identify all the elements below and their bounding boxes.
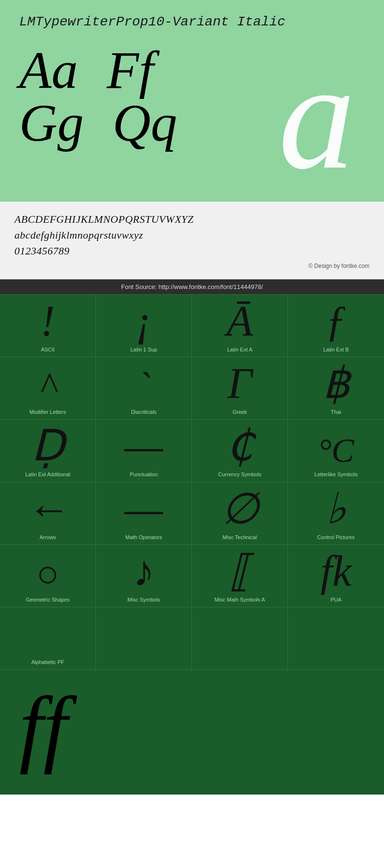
char-cell-diacriticals: ` Diacriticals: [96, 357, 192, 420]
label-thai: Thai: [331, 409, 341, 415]
big-ligature: ff: [19, 684, 67, 771]
glyph-modifier: ^: [40, 367, 56, 405]
alphabet-section: ABCDEFGHIJKLMNOPQRSTUVWXYZ abcdefghijklm…: [0, 202, 384, 279]
char-cell-letterlike: °C Letterlike Symbols: [288, 420, 384, 482]
char-cell-alphabeticpf: Alphabetic PF: [0, 607, 96, 670]
char-cell-ascii: ! ASCII: [0, 295, 96, 357]
label-geoshapes: Geometric Shapes: [26, 597, 70, 603]
char-cell-geoshapes: ○ Geometric Shapes: [0, 545, 96, 607]
char-cell-arrows: ← Arrows: [0, 482, 96, 545]
glyph-punctuation: —: [124, 424, 163, 468]
glyph-currency: ₵: [226, 424, 253, 468]
label-latinexta: Latin Ext A: [227, 347, 252, 353]
char-cell-misctechnical: ∅ Misc Technical: [192, 482, 288, 545]
char-cell-latinextadd: Ḍ Latin Ext Additional: [0, 420, 96, 482]
glyph-latinextb: ƒ: [325, 300, 347, 343]
glyph-latinextadd: Ḍ: [31, 424, 64, 468]
letter-pair-gg: Gg: [19, 96, 84, 149]
label-ascii: ASCII: [41, 347, 55, 353]
char-cell-miscsymbols: ♪ Misc Symbols: [96, 545, 192, 607]
label-latinextb: Latin Ext B: [323, 347, 348, 353]
char-cell-latinextb: ƒ Latin Ext B: [288, 295, 384, 357]
char-cell-currency: ₵ Currency Symbols: [192, 420, 288, 482]
char-cell-empty3: [288, 607, 384, 670]
label-modifier: Modifier Letters: [30, 409, 66, 415]
alphabet-lower: abcdefghijklmnopqrstuvwxyz: [14, 227, 370, 243]
letter-showcase: Aa Ff Gg Qq a: [19, 44, 365, 149]
glyph-miscsymbols: ♪: [133, 550, 155, 593]
label-mathops: Math Operators: [125, 534, 162, 541]
char-cell-thai: ฿ Thai: [288, 357, 384, 420]
letter-pair-ff: Ff: [107, 44, 154, 96]
label-alphabeticpf: Alphabetic PF: [31, 659, 64, 665]
label-arrows: Arrows: [39, 534, 56, 541]
digits: 0123456789: [14, 243, 370, 259]
char-cell-punctuation: — Punctuation: [96, 420, 192, 482]
glyph-controlpictures: ♭: [326, 487, 346, 530]
glyph-latinexta: Ā: [227, 300, 253, 343]
glyph-letterlike: °C: [318, 434, 354, 468]
label-letterlike: Letterlike Symbols: [314, 471, 358, 478]
big-letter: a: [278, 39, 355, 193]
chars-section: Font Source: http://www.fontke.com/font/…: [0, 279, 384, 795]
label-greek: Greek: [233, 409, 247, 415]
letter-row-2: Gg Qq: [19, 96, 206, 149]
char-cell-pua: fk PUA: [288, 545, 384, 607]
label-pua: PUA: [331, 597, 342, 603]
letter-pair-qq: Qq: [112, 96, 177, 149]
char-cell-empty2: [192, 607, 288, 670]
alphabet-upper: ABCDEFGHIJKLMNOPQRSTUVWXYZ: [14, 211, 370, 227]
glyph-geoshapes: ○: [36, 555, 59, 593]
char-cell-empty1: [96, 607, 192, 670]
glyph-pua: fk: [321, 550, 352, 593]
glyph-arrows: ←: [26, 487, 70, 530]
label-miscsymbols: Misc Symbols: [128, 597, 160, 603]
letter-pair-aa: Aa: [19, 44, 78, 96]
char-cell-greek: Γ Greek: [192, 357, 288, 420]
glyph-thai: ฿: [323, 362, 350, 405]
label-latinextadd: Latin Ext Additional: [25, 471, 71, 478]
char-cell-controlpictures: ♭ Control Pictures: [288, 482, 384, 545]
bottom-section: ff: [0, 670, 384, 795]
char-cell-miscmathsyma: ⟦ Misc Math Symbols A: [192, 545, 288, 607]
label-latin1sup: Latin 1 Sup: [131, 347, 157, 353]
letter-row-1: Aa Ff: [19, 44, 206, 96]
label-punctuation: Punctuation: [130, 471, 157, 478]
char-cell-latinexta: Ā Latin Ext A: [192, 295, 288, 357]
glyph-greek: Γ: [228, 362, 252, 405]
label-currency: Currency Symbols: [218, 471, 262, 478]
char-cell-mathops: — Math Operators: [96, 482, 192, 545]
glyph-misctechnical: ∅: [221, 487, 259, 530]
chars-grid: ! ASCII ¡ Latin 1 Sup Ā Latin Ext A ƒ La…: [0, 294, 384, 670]
glyph-miscmathsyma: ⟦: [229, 550, 251, 593]
credit: © Design by fontke.com: [14, 263, 370, 269]
char-cell-modifier: ^ Modifier Letters: [0, 357, 96, 420]
label-controlpictures: Control Pictures: [317, 534, 355, 541]
char-cell-latin1sup: ¡ Latin 1 Sup: [96, 295, 192, 357]
glyph-ascii: !: [41, 300, 55, 343]
glyph-latin1sup: ¡: [135, 300, 152, 343]
label-miscmathsyma: Misc Math Symbols A: [215, 597, 265, 603]
label-misctechnical: Misc Technical: [223, 534, 257, 541]
label-diacriticals: Diacriticals: [131, 409, 156, 415]
top-section: LMTypewriterProp10-Variant Italic Aa Ff …: [0, 0, 384, 202]
glyph-diacriticals: `: [137, 367, 150, 405]
font-source-bar: Font Source: http://www.fontke.com/font/…: [0, 279, 384, 294]
font-title: LMTypewriterProp10-Variant Italic: [19, 14, 365, 29]
glyph-mathops: —: [124, 487, 163, 530]
